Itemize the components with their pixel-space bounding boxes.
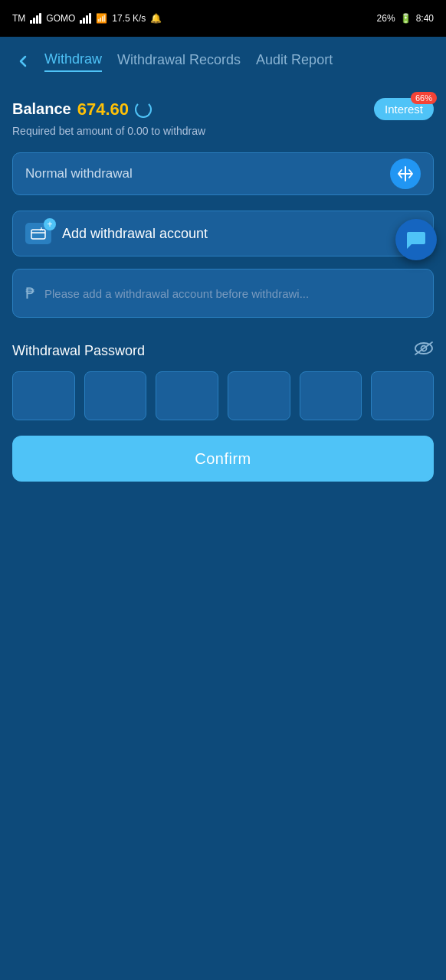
password-box-1[interactable] <box>12 371 75 420</box>
balance-row: Balance 674.60 66% Interest <box>12 98 434 120</box>
password-box-6[interactable] <box>371 371 434 420</box>
bet-required-text: Required bet amount of 0.00 to withdraw <box>12 125 434 137</box>
password-label-row: Withdrawal Password <box>12 341 434 361</box>
back-button[interactable] <box>9 47 37 75</box>
amount-input-area[interactable]: ₱ Please add a withdrawal account before… <box>12 269 434 318</box>
wifi-icon: 📶 <box>96 13 107 24</box>
move-icon <box>390 158 421 189</box>
battery-icon: 🔋 <box>400 13 412 24</box>
tab-audit-report[interactable]: Audit Report <box>256 52 333 71</box>
eye-icon[interactable] <box>414 341 434 361</box>
network-speed: 17.5 K/s <box>112 13 146 24</box>
carrier-gomo: GOMO <box>46 13 75 24</box>
password-box-4[interactable] <box>228 371 290 420</box>
add-account-left: Add withdrawal account <box>25 223 208 244</box>
add-account-text: Add withdrawal account <box>62 226 208 242</box>
balance-section: Balance 674.60 <box>12 100 152 119</box>
amount-placeholder: Please add a withdrawal account before w… <box>44 287 309 300</box>
refresh-icon[interactable] <box>135 101 152 118</box>
svg-rect-0 <box>31 230 45 239</box>
signal-bars-2 <box>80 13 91 24</box>
status-left: TM GOMO 📶 17.5 K/s 🔔 <box>12 13 162 24</box>
interest-button[interactable]: 66% Interest <box>374 98 434 120</box>
wallet-add-icon <box>25 223 51 244</box>
password-boxes <box>12 371 434 420</box>
password-box-5[interactable] <box>300 371 362 420</box>
carrier-tm: TM <box>12 13 25 24</box>
password-label: Withdrawal Password <box>12 343 145 359</box>
chat-fab-button[interactable] <box>395 219 437 260</box>
main-content: Balance 674.60 66% Interest Required bet… <box>0 86 446 788</box>
interest-label: Interest <box>385 103 423 116</box>
signal-bars-1 <box>30 13 41 24</box>
password-box-2[interactable] <box>84 371 147 420</box>
bottom-space <box>12 482 434 788</box>
confirm-button[interactable]: Confirm <box>12 436 434 482</box>
status-right: 26% 🔋 8:40 <box>377 13 434 24</box>
status-bar: TM GOMO 📶 17.5 K/s 🔔 26% 🔋 8:40 <box>0 0 446 37</box>
battery-percent: 26% <box>377 13 395 24</box>
balance-label: Balance <box>12 100 71 118</box>
password-box-3[interactable] <box>156 371 218 420</box>
withdrawal-type-selector[interactable]: Normal withdrawal <box>12 152 434 195</box>
nav-tabs: Withdraw Withdrawal Records Audit Report <box>44 51 437 72</box>
clock: 8:40 <box>416 13 434 24</box>
tab-withdraw[interactable]: Withdraw <box>44 51 102 72</box>
nav-header: Withdraw Withdrawal Records Audit Report <box>0 37 446 86</box>
peso-sign: ₱ <box>25 284 35 302</box>
interest-badge: 66% <box>411 92 437 104</box>
notification-icon: 🔔 <box>150 13 162 24</box>
withdrawal-type-label: Normal withdrawal <box>25 166 133 181</box>
tab-withdrawal-records[interactable]: Withdrawal Records <box>117 52 241 71</box>
balance-amount: 674.60 <box>77 100 129 119</box>
add-account-row[interactable]: Add withdrawal account › <box>12 211 434 256</box>
password-section: Withdrawal Password <box>12 341 434 420</box>
